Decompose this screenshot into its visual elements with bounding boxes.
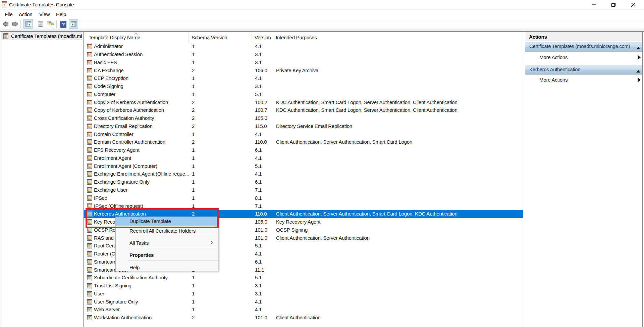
svg-text:?: ? bbox=[62, 21, 65, 27]
